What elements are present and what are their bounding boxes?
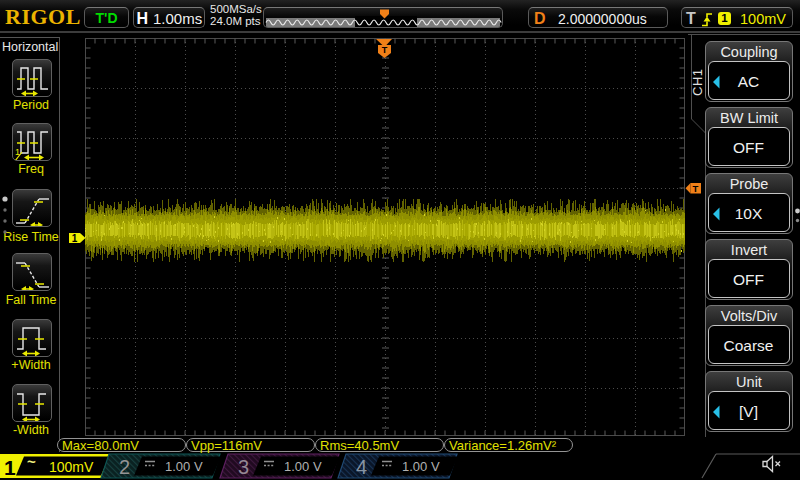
svg-text:3: 3 bbox=[238, 456, 249, 478]
svg-text:T: T bbox=[382, 45, 388, 55]
svg-text:1: 1 bbox=[4, 456, 16, 479]
svg-text:1.00 V: 1.00 V bbox=[165, 459, 203, 474]
svg-text:1.00 V: 1.00 V bbox=[402, 459, 440, 474]
svg-text:CH1: CH1 bbox=[690, 68, 705, 96]
svg-text:4: 4 bbox=[356, 456, 367, 478]
svg-text:2: 2 bbox=[119, 456, 130, 478]
svg-text:1.00 V: 1.00 V bbox=[284, 459, 322, 474]
svg-text:100mV: 100mV bbox=[49, 459, 94, 475]
svg-text:1: 1 bbox=[72, 233, 78, 244]
svg-text:~: ~ bbox=[27, 453, 36, 470]
